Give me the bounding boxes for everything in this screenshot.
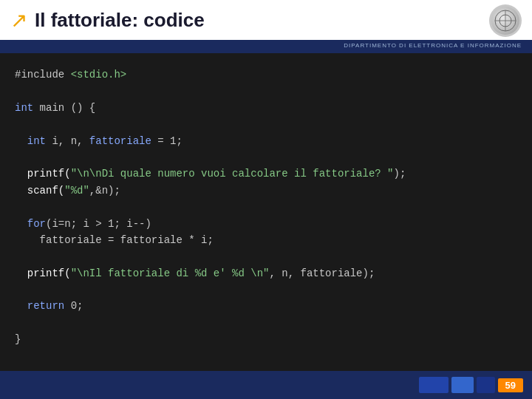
footer-block-3 [477,377,495,393]
header: ↗ Il fattoriale: codice [0,0,532,40]
code-line-17: } [15,331,517,347]
code-line-5: int i, n, fattoriale = 1; [15,133,517,149]
code-line-7: printf("\n\nDi quale numero vuoi calcola… [15,166,517,182]
subheader-bar: DIPARTIMENTO DI ELETTRONICA E INFORMAZIO… [0,40,532,53]
code-line-15: return 0; [15,298,517,314]
code-line-9 [15,199,517,215]
code-line-6 [15,149,517,166]
code-line-10: for(i=n; i > 1; i--) [15,216,517,232]
footer-block-1 [419,377,449,393]
code-block: #include <stdio.h> int main () { int i, … [0,53,532,371]
code-line-4 [15,116,517,132]
code-line-8: scanf("%d",&n); [15,183,517,199]
code-line-14 [15,282,517,298]
page-number: 59 [498,378,523,392]
code-line-16 [15,315,517,331]
code-line-2 [15,83,517,99]
arrow-icon: ↗ [10,8,27,33]
polimi-logo [489,4,522,37]
code-line-3: int main () { [15,100,517,116]
department-label: DIPARTIMENTO DI ELETTRONICA E INFORMAZIO… [344,42,522,49]
code-line-12 [15,248,517,265]
footer-bar: 59 [0,371,532,399]
code-line-13: printf("\nIl fattoriale di %d e' %d \n",… [15,265,517,282]
page-title: Il fattoriale: codice [35,9,205,32]
code-line-11: fattoriale = fattoriale * i; [15,232,517,248]
code-line-1: #include <stdio.h> [15,66,517,83]
footer-block-2 [451,377,474,393]
logo [489,4,522,37]
